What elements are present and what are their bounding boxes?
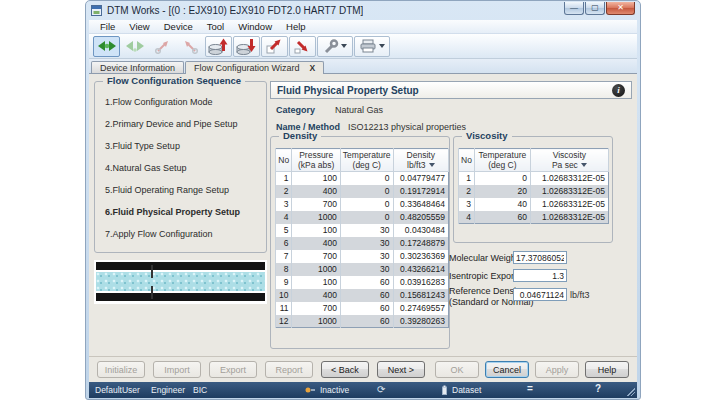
report-button[interactable]: Report (265, 361, 313, 378)
row-number-cell[interactable]: 3 (459, 198, 475, 211)
value-cell[interactable]: 1.02683312E-05 (530, 172, 608, 185)
value-cell[interactable]: 0.30236369 (393, 250, 448, 263)
connect-button[interactable] (93, 36, 120, 57)
value-cell[interactable]: 0.33648464 (393, 198, 448, 211)
row-number-cell[interactable]: 8 (276, 263, 292, 276)
unit-dropdown-icon[interactable] (581, 163, 587, 167)
compare-upload-button[interactable] (149, 36, 176, 57)
row-number-cell[interactable]: 9 (276, 276, 292, 289)
value-cell[interactable]: 40 (474, 198, 530, 211)
value-cell[interactable]: 0 (474, 172, 530, 185)
value-cell[interactable]: 1000 (292, 211, 340, 224)
export-button[interactable] (261, 36, 288, 57)
menu-device[interactable]: Device (157, 20, 200, 33)
value-cell[interactable]: 60 (340, 289, 393, 302)
table-row[interactable]: 121000600.39280263 (276, 315, 449, 328)
value-cell[interactable]: 0.0430484 (393, 224, 448, 237)
row-number-cell[interactable]: 1 (459, 172, 475, 185)
value-cell[interactable]: 0.43266214 (393, 263, 448, 276)
table-row[interactable]: 9100600.03916283 (276, 276, 449, 289)
title-bar[interactable]: DTM Works - [(0 : EJX910) EJX910 FDT2.0 … (86, 1, 640, 20)
close-button[interactable]: ✕ (606, 2, 635, 15)
value-cell[interactable]: 100 (292, 224, 340, 237)
value-cell[interactable]: 30 (340, 250, 393, 263)
row-number-cell[interactable]: 5 (276, 224, 292, 237)
row-number-cell[interactable]: 1 (276, 172, 292, 185)
row-number-cell[interactable]: 4 (459, 211, 475, 224)
resize-grip[interactable] (627, 388, 635, 396)
value-cell[interactable]: 0.48205559 (393, 211, 448, 224)
table-row[interactable]: 10400600.15681243 (276, 289, 449, 302)
value-cell[interactable]: 30 (340, 263, 393, 276)
export-config-button[interactable]: Export (209, 361, 257, 378)
value-cell[interactable]: 0.03916283 (393, 276, 448, 289)
value-cell[interactable]: 1000 (292, 263, 340, 276)
value-cell[interactable]: 60 (474, 211, 530, 224)
table-row[interactable]: 110000.04779477 (276, 172, 449, 185)
table-row[interactable]: 6400300.17248879 (276, 237, 449, 250)
row-number-cell[interactable]: 2 (276, 185, 292, 198)
menu-window[interactable]: Window (231, 20, 279, 33)
value-cell[interactable]: 60 (340, 302, 393, 315)
tools-menu-button[interactable] (317, 36, 353, 57)
value-cell[interactable]: 100 (292, 276, 340, 289)
value-cell[interactable]: 400 (292, 237, 340, 250)
tab-flow-configuration-wizard[interactable]: Flow Configuration Wizard X (185, 61, 324, 74)
next-button[interactable]: Next > (377, 361, 425, 378)
density-col-pressure[interactable]: Pressure (kPa abs) (292, 149, 340, 172)
isentropic-exponent-input[interactable] (513, 269, 567, 282)
menu-view[interactable]: View (122, 20, 156, 33)
import-config-button[interactable]: Import (153, 361, 201, 378)
compare-download-button[interactable] (177, 36, 204, 57)
table-row[interactable]: 5100300.0430484 (276, 224, 449, 237)
table-row[interactable]: 101.02683312E-05 (459, 172, 609, 185)
density-col-temperature[interactable]: Temperature (deg C) (340, 149, 393, 172)
viscosity-col-temperature[interactable]: Temperature (deg C) (474, 149, 530, 172)
disconnect-button[interactable] (121, 36, 148, 57)
cancel-button[interactable]: Cancel (485, 361, 529, 378)
value-cell[interactable]: 60 (340, 276, 393, 289)
table-row[interactable]: 3401.02683312E-05 (459, 198, 609, 211)
value-cell[interactable]: 0.17248879 (393, 237, 448, 250)
value-cell[interactable]: 0.19172914 (393, 185, 448, 198)
value-cell[interactable]: 700 (292, 198, 340, 211)
value-cell[interactable]: 20 (474, 185, 530, 198)
value-cell[interactable]: 400 (292, 289, 340, 302)
value-cell[interactable]: 700 (292, 250, 340, 263)
menu-file[interactable]: File (93, 20, 122, 33)
maximize-button[interactable]: ▢ (585, 2, 605, 15)
density-col-no[interactable]: No (276, 149, 292, 172)
row-number-cell[interactable]: 10 (276, 289, 292, 302)
value-cell[interactable]: 0.15681243 (393, 289, 448, 302)
row-number-cell[interactable]: 12 (276, 315, 292, 328)
table-row[interactable]: 4100000.48205559 (276, 211, 449, 224)
viscosity-col-no[interactable]: No (459, 149, 475, 172)
unit-dropdown-icon[interactable] (429, 163, 435, 167)
help-button[interactable]: Help (585, 361, 629, 378)
minimize-button[interactable]: — (564, 2, 584, 15)
value-cell[interactable]: 0 (340, 211, 393, 224)
value-cell[interactable]: 0 (340, 185, 393, 198)
row-number-cell[interactable]: 2 (459, 185, 475, 198)
info-icon[interactable]: i (612, 84, 625, 97)
table-row[interactable]: 4601.02683312E-05 (459, 211, 609, 224)
import-button[interactable] (289, 36, 316, 57)
density-col-density[interactable]: Density lb/ft3 (393, 149, 448, 172)
value-cell[interactable]: 30 (340, 224, 393, 237)
reference-density-input[interactable] (513, 288, 567, 301)
row-number-cell[interactable]: 7 (276, 250, 292, 263)
back-button[interactable]: < Back (321, 361, 369, 378)
table-row[interactable]: 11700600.27469557 (276, 302, 449, 315)
menu-bars-icon[interactable]: = (527, 383, 533, 394)
tab-close-icon[interactable]: X (310, 64, 316, 73)
ok-button[interactable]: OK (435, 361, 479, 378)
initialize-button[interactable]: Initialize (97, 361, 145, 378)
table-row[interactable]: 240000.19172914 (276, 185, 449, 198)
value-cell[interactable]: 1.02683312E-05 (530, 198, 608, 211)
row-number-cell[interactable]: 6 (276, 237, 292, 250)
upload-from-device-button[interactable] (205, 36, 232, 57)
menu-tool[interactable]: Tool (200, 20, 231, 33)
table-row[interactable]: 2201.02683312E-05 (459, 185, 609, 198)
value-cell[interactable]: 30 (340, 237, 393, 250)
apply-button[interactable]: Apply (535, 361, 579, 378)
